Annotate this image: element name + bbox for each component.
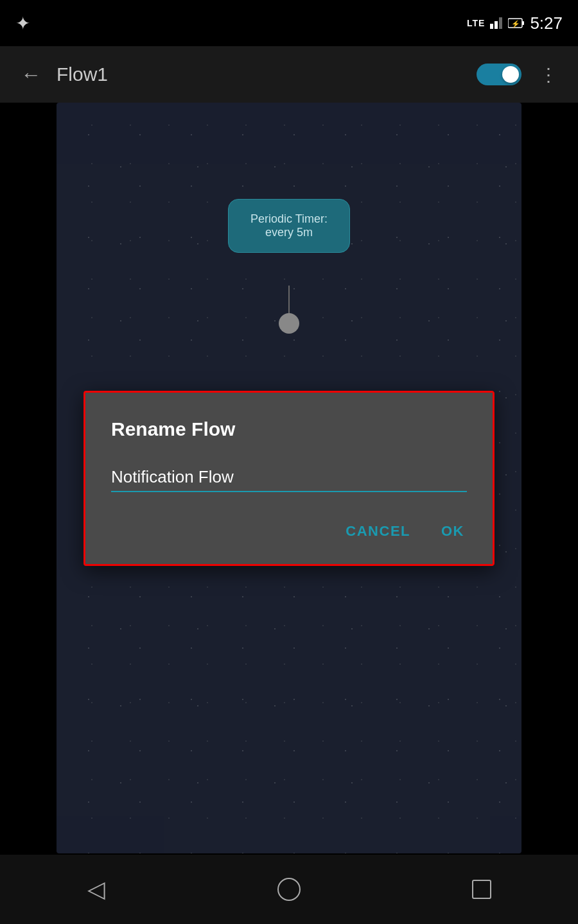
nav-back-button[interactable]: ◁ <box>71 864 122 915</box>
status-bar-left: ✦ <box>15 13 30 34</box>
app-icon: ✦ <box>15 13 30 34</box>
dialog-overlay: Rename Flow CANCEL OK <box>57 103 521 853</box>
svg-marker-2 <box>499 17 502 29</box>
svg-text:⚡: ⚡ <box>511 19 520 28</box>
dialog-actions: CANCEL OK <box>111 518 467 545</box>
status-bar-right: LTE ⚡ 5:27 <box>467 13 563 33</box>
status-bar: ✦ LTE ⚡ 5:27 <box>0 0 578 46</box>
nav-recent-button[interactable] <box>456 864 507 915</box>
nav-home-button[interactable] <box>263 864 315 915</box>
svg-rect-4 <box>522 21 524 25</box>
dialog-title: Rename Flow <box>111 418 467 440</box>
ok-button[interactable]: OK <box>439 518 467 545</box>
nav-back-icon: ◁ <box>87 876 105 903</box>
nav-bar: ◁ <box>0 855 578 924</box>
flow-name-input[interactable] <box>111 463 467 492</box>
more-menu-button[interactable]: ⋮ <box>534 59 563 90</box>
flow-toggle[interactable] <box>477 64 521 85</box>
toolbar-title: Flow1 <box>57 64 477 85</box>
signal-icon <box>490 17 503 29</box>
cancel-button[interactable]: CANCEL <box>343 518 413 545</box>
nav-recent-icon <box>472 880 491 899</box>
toolbar: ← Flow1 ⋮ <box>0 46 578 103</box>
svg-marker-0 <box>490 24 493 29</box>
lte-indicator: LTE <box>467 18 485 28</box>
nav-home-icon <box>277 878 301 901</box>
dialog-input-container <box>111 463 467 492</box>
clock: 5:27 <box>530 13 563 33</box>
back-button[interactable]: ← <box>15 58 46 92</box>
rename-flow-dialog: Rename Flow CANCEL OK <box>83 391 495 566</box>
svg-marker-1 <box>495 21 498 29</box>
battery-icon: ⚡ <box>508 18 525 28</box>
